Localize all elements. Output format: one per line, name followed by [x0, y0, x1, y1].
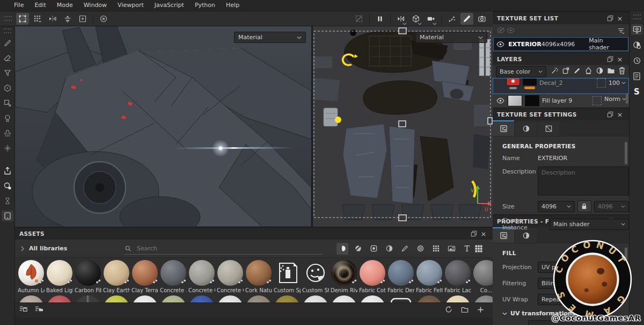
detach-panel-button[interactable]	[469, 229, 479, 238]
add-paint-layer-button[interactable]	[573, 67, 581, 76]
asset-thumbnail[interactable]	[131, 295, 158, 302]
viewport3d-material-combo[interactable]: Material	[234, 32, 306, 43]
asset-thumbnail[interactable]: Concrete C...	[188, 259, 215, 293]
close-panel-button[interactable]: ×	[615, 110, 625, 119]
asset-thumbnail[interactable]: Co...	[473, 259, 493, 293]
layer-thumbnail[interactable]	[506, 78, 520, 85]
texture-set-row-exterior[interactable]: EXTERIOR 4096x4096 Main shader	[493, 37, 628, 51]
asset-thumbnail[interactable]	[274, 295, 301, 302]
menu-item[interactable]: Mode	[52, 0, 78, 11]
clone-tool-button[interactable]	[2, 113, 13, 124]
eraser-tool-button[interactable]	[2, 53, 13, 63]
asset-thumbnail[interactable]: Fabric Felt	[416, 259, 443, 293]
perspective-mode-button[interactable]	[409, 13, 422, 25]
filter-environments-button[interactable]	[445, 243, 457, 255]
filter-fonts-button[interactable]: T	[461, 243, 473, 255]
viewport-3d[interactable]: Material	[15, 26, 311, 227]
asset-thumbnail[interactable]	[444, 295, 471, 302]
mirror-vertical-button[interactable]	[61, 13, 74, 25]
asset-thumbnail[interactable]: Denim Rivet	[331, 259, 357, 293]
filtering-combo[interactable]: Bilinear | HQ	[538, 278, 621, 289]
menu-item[interactable]: Help	[221, 0, 245, 11]
toolbar-drag-handle[interactable]	[4, 16, 12, 21]
add-fill-layer-button[interactable]	[584, 67, 592, 76]
channel-filter-combo[interactable]: Base color	[496, 66, 546, 77]
baking-button[interactable]	[2, 196, 13, 206]
pause-engine-button[interactable]	[374, 13, 386, 25]
new-folder-button[interactable]	[461, 306, 469, 315]
deselect-mask-button[interactable]	[353, 13, 365, 25]
menu-item[interactable]: JavaScript	[149, 0, 189, 11]
properties-scrollbar[interactable]	[625, 248, 627, 273]
menu-item[interactable]: Python	[189, 0, 221, 11]
save-shelf-button[interactable]	[19, 306, 27, 315]
discard-stroke-button[interactable]	[97, 13, 110, 25]
tab-mesh[interactable]	[538, 121, 559, 136]
asset-thumbnail[interactable]: Custom Sp...	[274, 259, 301, 293]
asset-thumbnail[interactable]: Fabric Den...	[387, 259, 414, 293]
detach-panel-button[interactable]	[605, 14, 615, 23]
smudge-tool-button[interactable]	[2, 98, 13, 109]
viewport-2d-canvas[interactable]: V U	[313, 26, 493, 227]
add-frame-button[interactable]	[76, 13, 89, 25]
asset-thumbnail[interactable]	[18, 295, 45, 302]
layer-opacity-dropdown[interactable]: 100	[609, 80, 626, 86]
layers-scrollbar[interactable]	[626, 94, 628, 104]
paint-tool-button[interactable]	[2, 38, 13, 48]
asset-thumbnail[interactable]: Cork Natural	[245, 259, 272, 293]
camera-view-button[interactable]	[425, 13, 437, 25]
asset-thumbnail[interactable]	[416, 295, 443, 302]
filter-smart-materials-button[interactable]	[352, 243, 364, 255]
asset-thumbnail[interactable]: Autumn Le...	[18, 259, 45, 293]
add-mask-button[interactable]	[596, 67, 604, 76]
substance-share-button[interactable]: S	[631, 86, 643, 97]
asset-thumbnail[interactable]: Fabric Cott...	[359, 259, 386, 293]
asset-thumbnail[interactable]: Fabric Lace	[444, 259, 471, 293]
close-panel-button[interactable]: ×	[615, 55, 625, 63]
uv-wrap-combo[interactable]: Repeat	[538, 294, 621, 305]
layer-thumbnail[interactable]	[508, 95, 522, 106]
grid-view-button[interactable]	[473, 243, 484, 255]
asset-thumbnail[interactable]: Clay Terrac...	[131, 259, 158, 293]
mirror-horizontal-button[interactable]	[46, 13, 59, 25]
viewport2d-material-combo[interactable]: Material	[415, 32, 487, 43]
asset-thumbnail[interactable]: Clay Earth...	[103, 259, 130, 293]
add-smart-material-button[interactable]	[562, 67, 570, 76]
asset-thumbnail[interactable]: Concrete ...	[160, 259, 187, 293]
symmetry-button[interactable]	[394, 13, 407, 25]
uv-transformations-section[interactable]: UV transformations	[502, 310, 629, 317]
particle-tool-button[interactable]	[2, 143, 13, 154]
eye-icon[interactable]	[496, 40, 505, 48]
viewport-2d[interactable]: V U	[313, 26, 493, 227]
asset-thumbnail[interactable]	[160, 295, 187, 302]
search-input[interactable]	[136, 244, 315, 252]
size-combo[interactable]: 4096	[538, 201, 575, 212]
refresh-shelf-button[interactable]	[445, 306, 452, 315]
asset-thumbnail[interactable]	[359, 295, 386, 302]
projection-combo[interactable]: UV projection	[538, 262, 621, 273]
asset-thumbnail[interactable]: Carbon Fib...	[75, 259, 101, 293]
layer-mask-thumbnail[interactable]	[525, 95, 539, 106]
layer-mask-slot[interactable]	[592, 96, 602, 105]
log-button[interactable]	[631, 71, 643, 82]
filter-materials-button[interactable]	[336, 243, 348, 255]
uv-selection-button[interactable]	[31, 13, 44, 25]
detach-panel-button[interactable]	[605, 110, 615, 119]
marquee-select-button[interactable]	[16, 13, 29, 25]
viewport-3d-canvas[interactable]	[15, 26, 311, 227]
detach-panel-button[interactable]	[605, 55, 615, 63]
shader-settings-button[interactable]	[631, 40, 643, 50]
display-settings-button[interactable]	[631, 24, 643, 35]
asset-thumbnail[interactable]	[46, 295, 73, 302]
menu-item[interactable]: Viewport	[112, 0, 149, 11]
asset-thumbnail[interactable]	[245, 295, 272, 302]
projection-tool-button[interactable]	[2, 68, 13, 78]
asset-thumbnail[interactable]	[302, 295, 329, 302]
stamp-tool-button[interactable]	[2, 128, 13, 139]
shader-instance-combo[interactable]: Main shader	[550, 219, 629, 230]
solo-eye-button[interactable]	[506, 26, 515, 35]
menu-item[interactable]: Edit	[29, 0, 51, 11]
library-selector[interactable]: All libraries	[20, 245, 125, 252]
paint-brush-tool-button[interactable]	[460, 13, 473, 25]
asset-thumbnail[interactable]: Concrete C...	[217, 259, 244, 293]
